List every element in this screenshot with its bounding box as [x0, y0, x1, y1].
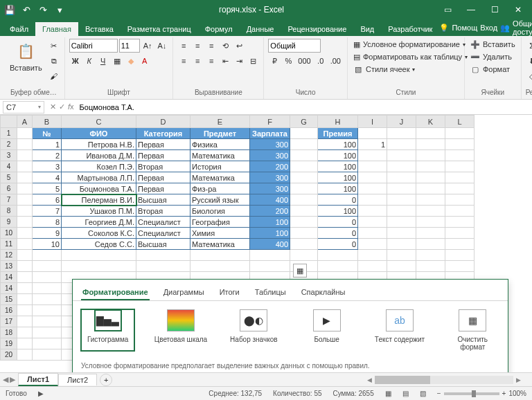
row-header[interactable]: 15 — [1, 294, 17, 305]
close-icon[interactable]: ✕ — [507, 3, 529, 17]
col-header-L[interactable]: L — [445, 116, 475, 128]
table-header[interactable]: Зарплата — [250, 128, 290, 139]
cell[interactable]: 300 — [250, 150, 290, 161]
row-header[interactable]: 20 — [1, 349, 17, 361]
cell[interactable] — [358, 206, 387, 217]
col-header-C[interactable]: C — [62, 116, 136, 128]
cell[interactable]: Высшая — [136, 194, 190, 206]
row-header[interactable]: 18 — [1, 327, 17, 338]
cell[interactable]: 100 — [318, 206, 358, 217]
cell[interactable]: 300 — [250, 139, 290, 150]
qa-item-color-scale[interactable]: Цветовая шкала — [154, 309, 207, 351]
row-header[interactable]: 17 — [1, 316, 17, 327]
qa-item-text-contains[interactable]: abТекст содержит — [373, 309, 426, 351]
copy-icon[interactable]: ⧉ — [48, 55, 60, 67]
cell[interactable]: 400 — [250, 239, 290, 250]
row-header[interactable]: 3 — [1, 150, 17, 161]
sheet-nav-prev-icon[interactable]: ◀ — [3, 375, 8, 384]
row-header[interactable]: 13 — [1, 261, 17, 272]
row-header[interactable]: 11 — [1, 239, 17, 250]
cell[interactable] — [358, 217, 387, 228]
tab-view[interactable]: Вид — [353, 22, 381, 36]
cell[interactable]: Первая — [136, 172, 190, 183]
align-right-icon[interactable]: ≡ — [205, 55, 218, 67]
cell[interactable]: 300 — [250, 183, 290, 194]
cell[interactable]: Пелерман В.И. — [62, 194, 136, 206]
row-header[interactable]: 1 — [1, 128, 17, 139]
font-name-combo[interactable] — [69, 39, 118, 53]
tab-page-layout[interactable]: Разметка страниц — [121, 22, 198, 36]
zoom-control[interactable]: − + 100% — [437, 390, 526, 397]
cut-icon[interactable]: ✂ — [48, 39, 60, 52]
cell[interactable] — [358, 161, 387, 172]
undo-icon[interactable]: ↶ — [19, 3, 33, 17]
tab-review[interactable]: Рецензирование — [281, 22, 353, 36]
row-header[interactable]: 6 — [1, 183, 17, 194]
cell[interactable]: 300 — [250, 172, 290, 183]
qa-tab-charts[interactable]: Диаграммы — [162, 285, 206, 300]
table-header[interactable]: ФИО — [62, 128, 136, 139]
paste-button[interactable]: 📋 Вставить — [7, 39, 45, 73]
cell[interactable]: Математика — [190, 239, 250, 250]
cell[interactable] — [358, 172, 387, 183]
autosum-icon[interactable]: Σ — [526, 39, 532, 52]
cell[interactable]: 200 — [250, 161, 290, 172]
cell[interactable]: 100 — [318, 150, 358, 161]
ribbon-options-icon[interactable]: ▭ — [436, 3, 459, 17]
zoom-level[interactable]: 100% — [508, 390, 526, 397]
cell[interactable] — [358, 228, 387, 239]
cell[interactable]: 100 — [318, 183, 358, 194]
share-button[interactable]: Общий доступ — [513, 19, 532, 36]
cell[interactable]: Петрова Н.В. — [62, 139, 136, 150]
font-size-combo[interactable] — [119, 39, 140, 53]
zoom-in-icon[interactable]: + — [502, 390, 506, 397]
increase-indent-icon[interactable]: ⇥ — [233, 55, 245, 67]
cell[interactable] — [358, 194, 387, 206]
tab-data[interactable]: Данные — [240, 22, 281, 36]
formula-input[interactable] — [77, 101, 532, 113]
tab-file[interactable]: Файл — [3, 22, 35, 36]
new-sheet-button[interactable]: + — [100, 374, 112, 386]
worksheet-grid[interactable]: A B C D E F G H I J K L 1 № ФИО Категори… — [0, 115, 532, 385]
row-header[interactable]: 10 — [1, 228, 17, 239]
fx-icon[interactable]: fx — [68, 102, 74, 111]
row-header[interactable]: 14 — [1, 283, 17, 294]
cell[interactable]: Ушаков П.М. — [62, 206, 136, 217]
cell[interactable]: 100 — [250, 228, 290, 239]
qa-item-icon-set[interactable]: ⬤◐Набор значков — [227, 309, 281, 351]
cell[interactable]: Специалист — [136, 217, 190, 228]
row-header[interactable]: 16 — [1, 305, 17, 316]
fill-color-icon[interactable]: ◆ — [125, 55, 137, 67]
signin-button[interactable]: Вход — [480, 24, 497, 32]
table-header[interactable]: № — [33, 128, 62, 139]
orientation-icon[interactable]: ⟲ — [219, 39, 231, 52]
cell[interactable]: 7 — [33, 206, 62, 217]
qat-customize-icon[interactable]: ▾ — [53, 3, 66, 17]
cell[interactable] — [358, 150, 387, 161]
save-icon[interactable]: 💾 — [3, 3, 17, 17]
increase-decimal-icon[interactable]: .0 — [314, 55, 327, 67]
qa-item-greater-than[interactable]: ▶Больше — [300, 309, 353, 351]
col-header-I[interactable]: I — [358, 116, 387, 128]
minimize-icon[interactable]: — — [460, 3, 482, 17]
row-header[interactable]: 4 — [1, 161, 17, 172]
tab-formulas[interactable]: Формул — [198, 22, 240, 36]
cell-styles-button[interactable]: ▧Стили ячеек▾ — [352, 64, 460, 75]
cell[interactable]: Физ-ра — [190, 183, 250, 194]
clear-icon[interactable]: ◇ — [526, 70, 532, 82]
merge-icon[interactable]: ⊟ — [247, 55, 259, 67]
cell[interactable]: Высшая — [136, 239, 190, 250]
zoom-slider[interactable] — [444, 392, 499, 395]
cell[interactable]: Русский язык — [190, 194, 250, 206]
tab-developer[interactable]: Разработчик — [381, 22, 439, 36]
cell[interactable]: География — [190, 217, 250, 228]
quick-analysis-button[interactable]: ▦ — [293, 264, 307, 278]
cell[interactable]: 100 — [318, 172, 358, 183]
cell[interactable]: 100 — [250, 217, 290, 228]
cell[interactable]: Седов С.С. — [62, 239, 136, 250]
cell[interactable] — [358, 183, 387, 194]
name-box[interactable]: C7▾ — [3, 101, 44, 113]
sheet-tab[interactable]: Лист2 — [58, 374, 97, 385]
cell[interactable]: 10 — [33, 239, 62, 250]
tab-insert[interactable]: Вставка — [78, 22, 121, 36]
